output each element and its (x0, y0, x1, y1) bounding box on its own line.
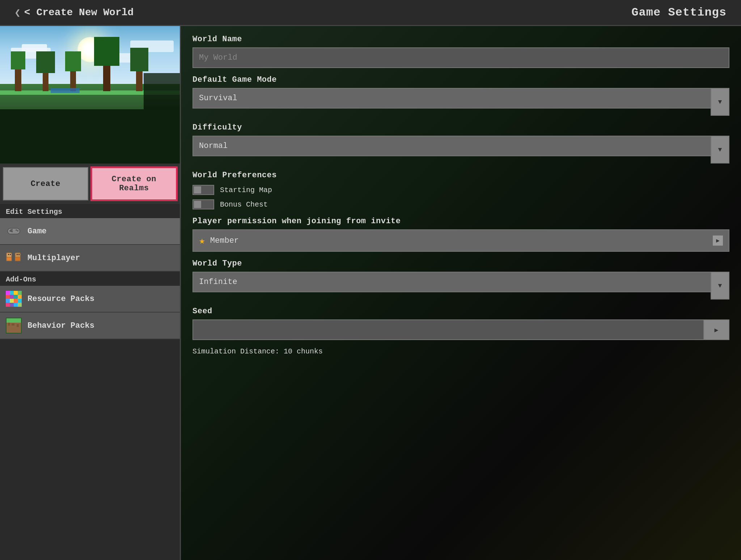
top-bar: ❮ < Create New World Game Settings (0, 0, 741, 26)
world-type-dropdown[interactable]: Infinite Flat Old (192, 272, 729, 292)
svg-rect-15 (17, 254, 18, 255)
svg-rect-14 (15, 257, 20, 261)
svg-rect-10 (7, 257, 12, 261)
left-panel: Create Create on Realms Edit Settings (0, 26, 181, 560)
seed-input[interactable] (192, 319, 704, 340)
create-on-realms-button[interactable]: Create on Realms (91, 167, 177, 200)
behavior-icon (6, 318, 22, 334)
svg-point-8 (17, 230, 18, 232)
addons-header: Add-Ons (0, 272, 180, 286)
world-name-label: World Name (192, 35, 729, 44)
svg-rect-6 (9, 230, 13, 232)
seed-random-button[interactable]: ▶ (704, 319, 729, 340)
svg-rect-16 (18, 254, 20, 255)
water (51, 88, 80, 93)
svg-rect-11 (8, 254, 9, 255)
permission-row[interactable]: ★ Member ▶ (192, 229, 729, 252)
button-row: Create Create on Realms (0, 164, 180, 204)
back-label: < Create New World (24, 7, 134, 18)
starting-map-toggle[interactable] (192, 185, 214, 195)
world-prefs-title: World Preferences (192, 171, 729, 180)
dark-forest (144, 73, 180, 109)
tree-3 (65, 51, 81, 91)
edit-settings-header: Edit Settings (0, 204, 180, 218)
multiplayer-icon (6, 250, 22, 266)
seed-row: ▶ (192, 319, 729, 340)
bonus-chest-row: Bonus Chest (192, 199, 729, 209)
starting-map-row: Starting Map (192, 185, 729, 195)
world-name-input[interactable] (192, 47, 729, 68)
sidebar-items: Game (0, 218, 180, 560)
tree-1 (11, 51, 25, 91)
world-type-label: World Type (192, 259, 729, 268)
main-content: Create Create on Realms Edit Settings (0, 26, 741, 560)
right-panel-content: World Name Default Game Mode Survival Cr… (192, 35, 729, 356)
starting-map-toggle-knob (194, 186, 201, 194)
back-chevron-icon: ❮ (14, 7, 21, 19)
permission-arrow-icon: ▶ (713, 236, 723, 246)
resource-icon (6, 291, 22, 307)
game-mode-dropdown-wrapper: Survival Creative Adventure Spectator ▼ (192, 88, 729, 116)
bonus-chest-label: Bonus Chest (220, 200, 268, 209)
sidebar-item-multiplayer[interactable]: Multiplayer (0, 245, 180, 272)
game-mode-label: Default Game Mode (192, 75, 729, 84)
sidebar-item-behavior-packs[interactable]: Behavior Packs (0, 313, 180, 339)
game-label: Game (27, 227, 47, 236)
difficulty-dropdown[interactable]: Peaceful Easy Normal Hard (192, 136, 729, 156)
world-preview (0, 26, 180, 164)
difficulty-label: Difficulty (192, 123, 729, 132)
game-mode-dropdown[interactable]: Survival Creative Adventure Spectator (192, 88, 729, 109)
sidebar-item-resource-packs[interactable]: Resource Packs (0, 286, 180, 313)
multiplayer-label: Multiplayer (27, 254, 80, 263)
bonus-chest-toggle-knob (194, 201, 201, 208)
create-button[interactable]: Create (3, 167, 88, 200)
world-type-dropdown-wrapper: Infinite Flat Old ▼ (192, 272, 729, 300)
star-icon: ★ (199, 234, 205, 247)
seed-label: Seed (192, 307, 729, 316)
difficulty-dropdown-wrapper: Peaceful Easy Normal Hard ▼ (192, 136, 729, 164)
svg-point-7 (16, 229, 17, 231)
permission-value: Member (210, 236, 708, 245)
permission-label: Player permission when joining from invi… (192, 217, 729, 226)
sidebar-item-game[interactable]: Game (0, 218, 180, 245)
right-panel: World Name Default Game Mode Survival Cr… (181, 26, 741, 560)
controller-icon (6, 223, 22, 239)
behavior-packs-label: Behavior Packs (27, 321, 94, 330)
starting-map-label: Starting Map (220, 186, 272, 194)
simulation-distance-label: Simulation Distance: 10 chunks (192, 347, 729, 356)
tree-4 (94, 37, 119, 91)
tree-2 (36, 51, 55, 91)
page-title: Game Settings (631, 6, 727, 19)
back-navigation[interactable]: ❮ < Create New World (14, 7, 134, 19)
resource-packs-label: Resource Packs (27, 294, 94, 304)
cloud-2 (22, 44, 47, 52)
svg-rect-2 (12, 229, 13, 230)
svg-rect-12 (10, 254, 11, 255)
bonus-chest-toggle[interactable] (192, 199, 214, 209)
ground-base (0, 109, 180, 164)
